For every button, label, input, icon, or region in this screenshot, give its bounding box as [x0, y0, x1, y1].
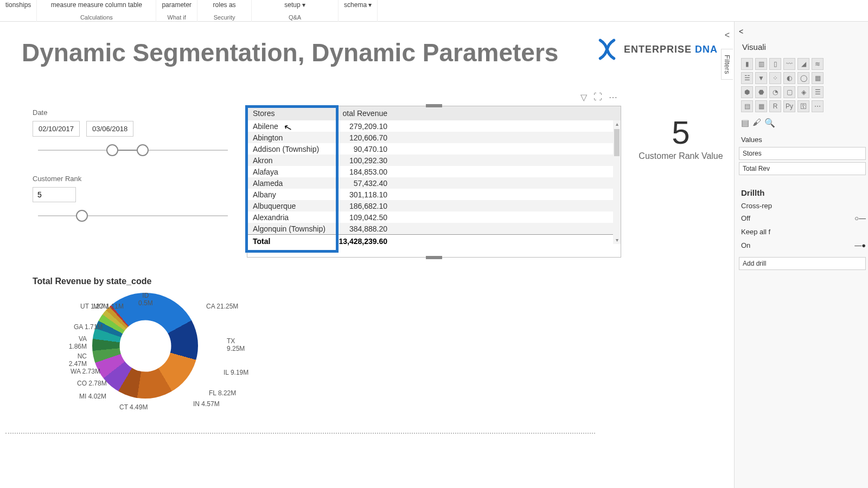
resize-handle-bottom[interactable]	[426, 256, 442, 259]
viz-stacked-icon[interactable]: ▥	[755, 58, 767, 70]
scroll-thumb[interactable]	[614, 129, 620, 156]
viz-more-icon[interactable]: ⋯	[812, 100, 824, 112]
donut-label: CA 21.25M	[206, 303, 238, 310]
table-row[interactable]: Addison (Township)90,470.10	[247, 143, 621, 155]
resize-handle-top[interactable]	[426, 104, 442, 107]
card-label: Customer Rank Value	[629, 151, 732, 161]
date-to-input[interactable]: 03/06/2018	[86, 121, 133, 137]
viz-slicer-icon[interactable]: ☰	[812, 86, 824, 98]
analytics-tab-icon[interactable]: 🔍	[764, 118, 775, 128]
viz-bar-icon[interactable]: ▮	[741, 58, 753, 70]
date-slider[interactable]	[38, 142, 228, 158]
table-row[interactable]: Akron100,292.30	[247, 155, 621, 166]
donut-label: VA1.86M	[69, 335, 87, 350]
viz-table-icon[interactable]: ▤	[741, 100, 753, 112]
table-row[interactable]: Abilene279,209.10	[247, 120, 621, 132]
viz-kpi-icon[interactable]: ◈	[797, 86, 809, 98]
slicer-panel: Date 02/10/2017 03/06/2018 Customer Rank…	[33, 108, 233, 240]
donut-label: FL 8.22M	[209, 389, 236, 397]
date-slider-thumb-to[interactable]	[137, 144, 149, 156]
donut-label: CO 2.78M	[77, 380, 107, 387]
viz-column-icon[interactable]: ▯	[769, 58, 781, 70]
ribbon-schema[interactable]: schema ▾	[339, 0, 378, 22]
ribbon-security[interactable]: roles asSecurity	[197, 0, 252, 22]
donut-label: WA 2.73M	[71, 368, 100, 375]
viz-map-icon[interactable]: ⬢	[741, 86, 753, 98]
donut-label: ID0.5M	[138, 292, 153, 307]
viz-waterfall-icon[interactable]: ☱	[741, 72, 753, 84]
more-options-icon[interactable]: ⋯	[609, 92, 617, 102]
donut-title: Total Revenue by state_code	[33, 277, 277, 286]
table-row[interactable]: Algonquin (Township)384,888.20	[247, 223, 621, 234]
donut-label: GA 1.71M	[74, 323, 103, 331]
ribbon-calculations[interactable]: measure measure column tableCalculations	[37, 0, 156, 22]
toggle-on-icon[interactable]: —●	[854, 241, 866, 249]
table-row[interactable]: Alexandria109,042.50	[247, 211, 621, 223]
viz-line-icon[interactable]: 〰	[783, 58, 795, 70]
logo-brand: ENTERPRISE	[624, 44, 692, 55]
ribbon-whatif[interactable]: parameterWhat if	[156, 0, 197, 22]
filter-icon[interactable]: ▽	[580, 92, 587, 102]
toggle-off-icon[interactable]: ○—	[854, 214, 866, 222]
viz-py-icon[interactable]: Py	[783, 100, 795, 112]
viz-donut-icon[interactable]: ◯	[797, 72, 809, 84]
table-row[interactable]: Albuquerque186,682.10	[247, 200, 621, 211]
donut-label: MO 1.11M	[93, 303, 124, 310]
visualizations-panel: < Visuali ▮ ▥ ▯ 〰 ◢ ≋ ☱ ▼ ⁘ ◐ ◯ ▦ ⬢ ⬣ ◔ …	[734, 22, 868, 488]
viz-type-grid: ▮ ▥ ▯ 〰 ◢ ≋ ☱ ▼ ⁘ ◐ ◯ ▦ ⬢ ⬣ ◔ ▢ ◈ ☰ ▤ ▦ …	[739, 56, 868, 114]
page-boundary	[5, 433, 595, 434]
viz-tree-icon[interactable]: ▦	[812, 72, 824, 84]
date-slicer-label: Date	[33, 108, 233, 117]
table-total-label: Total	[247, 237, 334, 246]
viz-r-icon[interactable]: R	[769, 100, 781, 112]
drillthrough-title: Drillth	[739, 184, 868, 200]
cross-report-toggle-label: Off	[741, 214, 750, 222]
donut-label: TX9.25M	[227, 337, 245, 352]
table-row[interactable]: Albany301,118.10	[247, 189, 621, 200]
viz-ribbon-icon[interactable]: ≋	[812, 58, 824, 70]
rank-input[interactable]: 5	[33, 187, 76, 202]
card-visual[interactable]: 5 Customer Rank Value	[629, 114, 732, 161]
ribbon-relationships[interactable]: tionships	[0, 0, 37, 22]
card-value: 5	[629, 114, 732, 151]
brand-logo: ENTERPRISE DNA	[596, 38, 718, 61]
viz-card-icon[interactable]: ▢	[783, 86, 795, 98]
ribbon-qa[interactable]: setup ▾Q&A	[252, 0, 339, 22]
viz-matrix-icon[interactable]: ▦	[755, 100, 767, 112]
viz-filled-map-icon[interactable]: ⬣	[755, 86, 767, 98]
donut-visual[interactable]: Total Revenue by state_code CA 21.25MTX9…	[33, 277, 277, 418]
scroll-down-icon[interactable]: ▾	[613, 236, 621, 244]
rank-slicer-label: Customer Rank	[33, 175, 233, 183]
focus-mode-icon[interactable]: ⛶	[593, 92, 602, 102]
field-well-revenue[interactable]: Total Rev	[739, 162, 866, 175]
table-header-revenue[interactable]: otal Revenue	[334, 109, 621, 118]
viz-area-icon[interactable]: ◢	[797, 58, 809, 70]
table-scrollbar[interactable]: ▴ ▾	[613, 120, 621, 244]
table-row[interactable]: Abington120,606.70	[247, 132, 621, 143]
collapse-panel-icon[interactable]: <	[725, 30, 730, 40]
viz-scatter-icon[interactable]: ⁘	[769, 72, 781, 84]
logo-accent: DNA	[695, 44, 718, 55]
values-section-label: Values	[739, 131, 868, 146]
date-from-input[interactable]: 02/10/2017	[33, 121, 80, 137]
field-well-stores[interactable]: Stores	[739, 147, 866, 160]
table-header-stores[interactable]: Stores	[247, 109, 334, 118]
table-row[interactable]: Alafaya184,853.00	[247, 166, 621, 177]
date-slider-thumb-from[interactable]	[106, 144, 118, 156]
add-drill-well[interactable]: Add drill	[739, 257, 866, 270]
viz-pie-icon[interactable]: ◐	[783, 72, 795, 84]
viz-gauge-icon[interactable]: ◔	[769, 86, 781, 98]
rank-slider-thumb[interactable]	[76, 210, 88, 222]
ribbon: tionships measure measure column tableCa…	[0, 0, 868, 22]
viz-funnel-icon[interactable]: ▼	[755, 72, 767, 84]
scroll-up-icon[interactable]: ▴	[613, 120, 621, 128]
fields-tab-icon[interactable]: ▤	[741, 118, 749, 128]
table-total-value: 13,428,239.60	[334, 237, 621, 246]
rank-slider[interactable]	[38, 208, 228, 224]
keep-filters-label: Keep all f	[739, 224, 868, 239]
table-row[interactable]: Alameda57,432.40	[247, 177, 621, 189]
format-tab-icon[interactable]: 🖌	[752, 118, 761, 128]
table-visual[interactable]: ▽ ⛶ ⋯ Stores otal Revenue Abilene279,209…	[247, 106, 621, 258]
filters-tab[interactable]: Filters	[721, 49, 733, 80]
viz-key-icon[interactable]: ⚿	[797, 100, 809, 112]
